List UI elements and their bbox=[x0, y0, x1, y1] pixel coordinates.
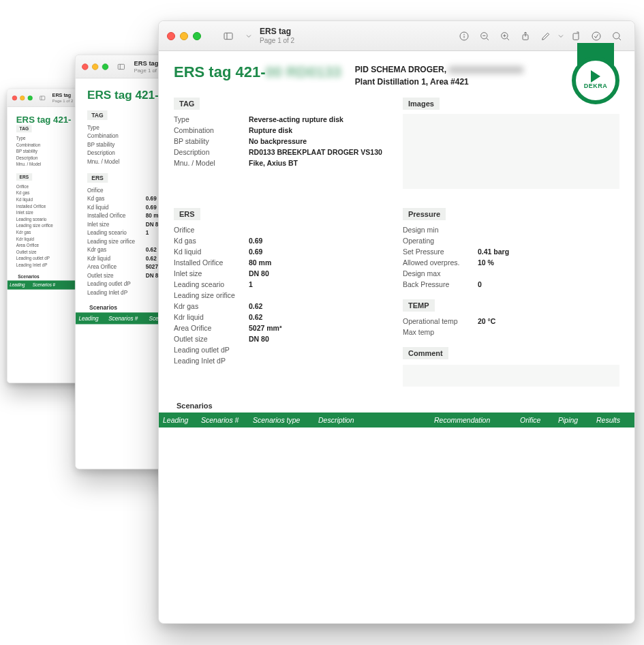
highlight-icon[interactable] bbox=[587, 27, 606, 45]
tag-heading: TAG bbox=[16, 125, 32, 132]
traffic-lights bbox=[82, 63, 108, 70]
window-title-text: ERS tag bbox=[260, 27, 448, 36]
document-body: DEKRA ERS tag 421-00 RD0133 PID SCHEMA D… bbox=[159, 51, 634, 427]
col-scenarios-num: Scenarios # bbox=[201, 416, 249, 424]
svg-rect-0 bbox=[40, 96, 45, 100]
chevron-down-icon[interactable] bbox=[557, 27, 565, 45]
images-placeholder bbox=[403, 114, 619, 189]
svg-line-10 bbox=[487, 38, 489, 40]
fullscreen-window-icon[interactable] bbox=[193, 32, 201, 40]
zoom-out-icon[interactable] bbox=[475, 27, 494, 45]
close-window-icon[interactable] bbox=[167, 32, 175, 40]
col-piping: Piping bbox=[558, 416, 592, 424]
rotate-icon[interactable] bbox=[566, 27, 585, 45]
search-icon[interactable] bbox=[607, 27, 626, 45]
svg-point-8 bbox=[464, 34, 465, 35]
markup-icon[interactable] bbox=[536, 27, 555, 45]
tag-heading: TAG bbox=[174, 97, 200, 110]
tag-heading: TAG bbox=[87, 110, 108, 120]
traffic-lights bbox=[12, 95, 33, 100]
sidebar-toggle-icon[interactable] bbox=[114, 59, 129, 73]
traffic-lights bbox=[167, 32, 201, 40]
sidebar-toggle-icon[interactable] bbox=[37, 93, 48, 104]
ers-heading: ERS bbox=[174, 208, 200, 220]
scenarios-header-bar: Leading Scenarios # Scenarios type Descr… bbox=[159, 412, 634, 427]
svg-point-20 bbox=[613, 32, 619, 38]
minimize-window-icon[interactable] bbox=[92, 63, 98, 70]
images-section: Images bbox=[403, 97, 619, 189]
label: Type bbox=[174, 115, 249, 123]
col-leading: Leading bbox=[163, 416, 197, 424]
redacted-text bbox=[448, 66, 523, 74]
images-heading: Images bbox=[403, 97, 440, 110]
titlebar: ERS tag Page 1 of 2 bbox=[159, 21, 634, 51]
svg-rect-18 bbox=[573, 33, 579, 40]
ers-heading: ERS bbox=[16, 173, 32, 181]
fullscreen-window-icon[interactable] bbox=[102, 63, 108, 70]
document-header-info: PID SCHEMA DROGER, Plant Distillation 1,… bbox=[355, 63, 524, 88]
info-icon[interactable] bbox=[455, 27, 474, 45]
minimize-window-icon[interactable] bbox=[180, 32, 188, 40]
window-title: ERS tag Page 1 of 2 bbox=[260, 27, 448, 44]
window-subtitle-text: Page 1 of 2 bbox=[260, 37, 448, 44]
temp-heading: TEMP bbox=[403, 299, 435, 312]
col-orifice: Orifice bbox=[520, 416, 554, 424]
col-scenarios-type: Scenarios type bbox=[253, 416, 314, 424]
col-results: Results bbox=[596, 416, 630, 424]
preview-window-front: ERS tag Page 1 of 2 DEKRA ERS tag 421-00 bbox=[158, 20, 635, 624]
close-window-icon[interactable] bbox=[12, 95, 17, 100]
svg-point-19 bbox=[592, 32, 600, 40]
svg-rect-4 bbox=[224, 33, 232, 39]
toolbar-right bbox=[455, 27, 626, 45]
svg-rect-2 bbox=[118, 64, 124, 69]
document-title: ERS tag 421-00 RD0133 bbox=[174, 63, 341, 88]
share-icon[interactable] bbox=[516, 27, 535, 45]
minimize-window-icon[interactable] bbox=[20, 95, 25, 100]
col-recommendation: Recommendation bbox=[434, 416, 516, 424]
zoom-in-icon[interactable] bbox=[495, 27, 515, 45]
close-window-icon[interactable] bbox=[82, 63, 88, 70]
svg-line-21 bbox=[619, 38, 621, 40]
svg-line-13 bbox=[507, 38, 509, 40]
comment-heading: Comment bbox=[403, 347, 448, 359]
sidebar-toggle-icon[interactable] bbox=[219, 27, 238, 45]
tag-section: TAG TypeReverse-acting rupture disk Comb… bbox=[174, 97, 390, 168]
pressure-heading: Pressure bbox=[403, 208, 446, 220]
triangle-icon bbox=[591, 70, 600, 82]
comment-placeholder bbox=[403, 365, 619, 387]
temp-section: TEMP Operational temp20 °C Max temp bbox=[403, 299, 619, 338]
scenarios-heading: Scenarios bbox=[177, 402, 619, 410]
pressure-section: Pressure Design min Operating Set Pressu… bbox=[403, 208, 619, 290]
value: Reverse-acting rupture disk bbox=[249, 115, 390, 123]
ers-section: ERS Orifice Kd gas0.69 Kd liquid0.69 Ins… bbox=[174, 208, 390, 366]
ers-heading: ERS bbox=[87, 173, 108, 183]
chevron-down-icon[interactable] bbox=[245, 27, 253, 45]
col-description: Description bbox=[318, 416, 430, 424]
fullscreen-window-icon[interactable] bbox=[28, 95, 33, 100]
dekra-logo: DEKRA bbox=[572, 55, 619, 104]
comment-section: Comment bbox=[403, 347, 619, 387]
